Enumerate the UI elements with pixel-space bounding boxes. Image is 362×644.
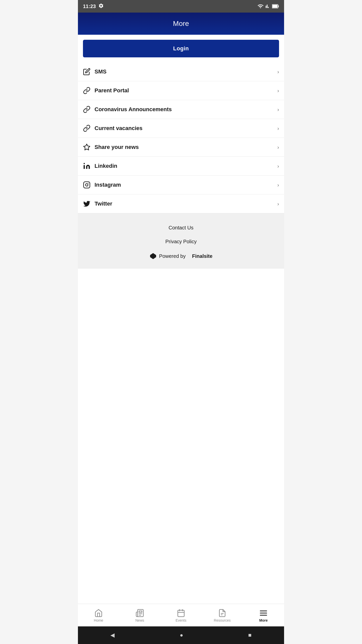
status-time: 11:23 [83,4,96,9]
home-icon [94,609,103,617]
nav-label-news: News [135,618,144,622]
link-icon-vacancies [83,125,95,132]
menu-item-instagram[interactable]: Instagram › [78,176,284,194]
menu-label-parent-portal: Parent Portal [95,87,277,94]
menu-label-instagram: Instagram [95,182,277,188]
menu-label-vacancies: Current vacancies [95,125,277,132]
linkedin-icon [83,162,95,170]
chevron-right-icon: › [277,144,279,150]
menu-item-vacancies[interactable]: Current vacancies › [78,119,284,138]
chevron-right-icon: › [277,88,279,94]
pencil-icon [83,68,95,75]
nav-label-events: Events [176,618,187,622]
menu-item-coronavirus[interactable]: Coronavirus Announcements › [78,100,284,119]
menu-item-parent-portal[interactable]: Parent Portal › [78,81,284,100]
nav-label-home: Home [94,618,103,622]
contact-us-link[interactable]: Contact Us [83,221,279,235]
menu-item-share-news[interactable]: Share your news › [78,138,284,157]
menu-item-twitter[interactable]: Twitter › [78,194,284,213]
chevron-right-icon: › [277,107,279,112]
bottom-nav: Home News Events Resources [78,604,284,626]
page-header: More [78,13,284,35]
header-title: More [173,20,189,27]
android-nav-bar: ◀ ● ■ [78,626,284,644]
status-bar: 11:23 [78,0,284,13]
powered-by-brand: Finalsite [192,253,212,259]
chevron-right-icon: › [277,163,279,169]
main-content: Login SMS › Parent Portal › [78,35,284,604]
recents-button[interactable]: ■ [248,632,251,638]
twitter-icon [83,200,95,208]
privacy-policy-link[interactable]: Privacy Policy [83,235,279,249]
nav-label-more: More [259,618,267,622]
chevron-right-icon: › [277,182,279,188]
svg-marker-8 [150,253,156,259]
nav-item-news[interactable]: News [119,609,160,622]
svg-point-5 [84,163,85,164]
star-icon [83,143,95,151]
chevron-right-icon: › [277,201,279,207]
menu-item-sms[interactable]: SMS › [78,62,284,81]
nav-item-more[interactable]: More [243,609,284,622]
menu-label-sms: SMS [95,68,277,75]
nav-item-home[interactable]: Home [78,609,119,622]
link-icon-parent [83,87,95,94]
svg-rect-2 [272,5,278,8]
nav-item-resources[interactable]: Resources [202,609,243,622]
chevron-right-icon: › [277,126,279,131]
svg-rect-4 [84,165,85,169]
resources-icon [218,609,227,617]
status-icons [257,3,279,9]
svg-rect-6 [84,182,90,188]
back-button[interactable]: ◀ [110,632,115,638]
nav-item-events[interactable]: Events [160,609,202,622]
menu-list: SMS › Parent Portal › Coronavirus An [78,62,284,213]
link-icon-coronavirus [83,106,95,113]
menu-label-share-news: Share your news [95,144,277,150]
more-icon [259,609,268,617]
powered-by-text: Powered by [159,253,186,259]
menu-label-twitter: Twitter [95,200,277,207]
svg-marker-3 [84,144,90,150]
nav-label-resources: Resources [214,618,231,622]
svg-rect-1 [278,5,279,7]
chevron-right-icon: › [277,69,279,75]
menu-label-coronavirus: Coronavirus Announcements [95,106,277,113]
events-icon [177,609,185,617]
login-button[interactable]: Login [83,40,279,57]
svg-rect-9 [178,610,184,617]
home-button[interactable]: ● [180,632,183,638]
instagram-icon [83,181,95,189]
settings-icon [98,3,104,10]
login-section: Login [78,35,284,62]
news-icon [135,609,144,617]
powered-by: Powered by Finalsite [83,249,279,264]
footer-section: Contact Us Privacy Policy Powered by Fin… [78,213,284,269]
menu-item-linkedin[interactable]: Linkedin › [78,157,284,176]
menu-label-linkedin: Linkedin [95,163,277,169]
